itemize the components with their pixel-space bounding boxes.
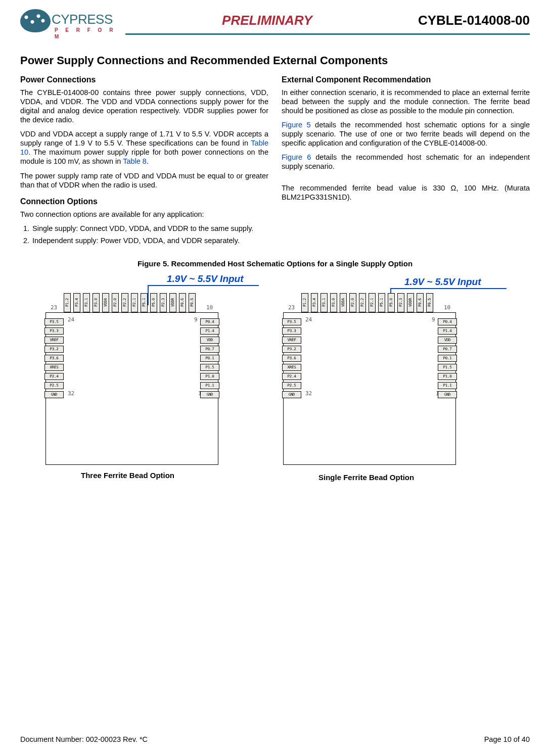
pin-label: P3.1	[83, 293, 90, 312]
pin-label: VREF	[44, 337, 64, 344]
pin-label: VDDR	[169, 293, 176, 312]
header-status: PRELIMINARY	[125, 9, 409, 29]
paragraph: The recommended ferrite bead value is 33…	[282, 183, 530, 202]
paragraph: Figure 6 details the recommended host sc…	[282, 153, 530, 171]
pin-label: P2.0	[349, 293, 356, 312]
pin-label: P2.5	[44, 382, 64, 389]
pin-label: P1.5	[200, 364, 219, 371]
schematic-chip-single-bead	[283, 312, 456, 465]
pin-label: P0.4	[438, 318, 457, 325]
pin-label: P2.4	[44, 373, 64, 380]
paragraph: Figure 5 details the recommended host sc…	[282, 120, 530, 148]
xref-table-8[interactable]: Table 8	[123, 157, 147, 165]
pin-label: P3.6	[44, 355, 64, 362]
pin-label: P5.0	[150, 293, 157, 312]
header-rule	[125, 33, 530, 35]
logo-text: CYPRESS	[52, 11, 113, 28]
pin-label: P3.2	[282, 346, 301, 353]
pin-label: P0.1	[438, 355, 457, 362]
pin-number: 10	[444, 304, 450, 311]
pin-label: P0.4	[200, 318, 219, 325]
pin-label: P1.0	[200, 373, 219, 380]
label-single-ferrite-option: Single Ferrite Bead Option	[318, 473, 414, 483]
xref-figure-6[interactable]: Figure 6	[282, 153, 311, 161]
pin-label: P1.1	[438, 382, 457, 389]
paragraph: The power supply ramp rate of VDD and VD…	[20, 171, 268, 190]
pin-number: 23	[288, 304, 295, 311]
pin-label: P3.4	[73, 293, 80, 312]
list-item: Single supply: Connect VDD, VDDA, and VD…	[31, 224, 268, 233]
pin-label: XRES	[282, 364, 301, 371]
page-header: CYPRESS P E R F O R M PRELIMINARY CYBLE-…	[20, 9, 530, 44]
figure-caption: Figure 5. Recommended Host Schematic Opt…	[20, 259, 530, 269]
pin-label: GND	[200, 391, 219, 398]
document-number: Document Number: 002-00023 Rev. *C	[20, 735, 148, 744]
pin-label: GND	[44, 391, 64, 398]
text-run: VDD and VDDA accept a supply range of 1.…	[20, 130, 268, 147]
pin-number: 23	[51, 304, 57, 311]
pin-label: P2.3	[397, 293, 404, 312]
page-footer: Document Number: 002-00023 Rev. *C Page …	[20, 735, 530, 744]
pin-label: P2.2	[359, 293, 366, 312]
pin-label: P2.5	[282, 382, 301, 389]
pin-label: P3.6	[282, 355, 301, 362]
pin-label: P2.0	[112, 293, 119, 312]
pin-label: P0.7	[438, 346, 457, 353]
pin-number: 32	[305, 390, 312, 397]
pin-label: P1.4	[438, 327, 457, 335]
pin-label: GND	[438, 391, 457, 398]
page-number: Page 10 of 40	[484, 735, 530, 744]
pin-label: P2.1	[369, 293, 376, 312]
pin-label: P1.5	[438, 364, 457, 371]
wire	[148, 285, 259, 286]
logo-tree-icon	[20, 9, 51, 32]
pin-number: 24	[68, 316, 74, 323]
pin-label: P0.5	[189, 293, 196, 312]
pin-label: P1.2	[64, 293, 71, 312]
pin-label: P2.2	[121, 293, 128, 312]
heading-external-component: External Component Recommendation	[282, 75, 530, 85]
paragraph: VDD and VDDA accept a supply range of 1.…	[20, 129, 268, 166]
pin-label: P3.0	[93, 293, 100, 312]
pin-label: P2.1	[131, 293, 138, 312]
pin-number: 10	[206, 304, 213, 311]
voltage-input-label-left: 1.9V ~ 5.5V Input	[167, 273, 244, 285]
pin-label: P3.3	[44, 327, 64, 335]
paragraph: The CYBLE-014008-00 contains three power…	[20, 88, 268, 125]
wire	[390, 288, 507, 289]
pin-number: 9	[194, 316, 198, 323]
pin-label: VDD	[438, 337, 457, 344]
paragraph: Two connection options are available for…	[20, 210, 268, 219]
pin-label: P3.1	[320, 293, 328, 312]
pin-label: P3.2	[44, 346, 64, 353]
pin-label: P3.5	[282, 318, 301, 325]
pin-label: VDD	[200, 337, 219, 344]
wire	[148, 285, 149, 305]
pin-label: P3.0	[330, 293, 337, 312]
logo-subtext: P E R F O R M	[55, 27, 116, 40]
pin-label: P3.5	[44, 318, 64, 325]
pin-label: P1.1	[200, 382, 219, 389]
pin-label: P2.3	[160, 293, 167, 312]
list-item: Independent supply: Power VDD, VDDA, and…	[31, 236, 268, 245]
section-title: Power Supply Connections and Recommended…	[20, 54, 530, 68]
pin-label: VDDR	[407, 293, 414, 312]
figure-5: 1.9V ~ 5.5V Input 1.9V ~ 5.5V Input 23 1…	[20, 273, 530, 490]
pin-label: P0.6	[417, 293, 424, 312]
cypress-logo: CYPRESS P E R F O R M	[20, 9, 116, 37]
pin-label: VDDA	[340, 293, 347, 312]
right-column: External Component Recommendation In eit…	[282, 75, 530, 251]
connection-option-list: Single supply: Connect VDD, VDDA, and VD…	[20, 224, 268, 245]
text-run: .	[147, 157, 149, 165]
pin-label: P0.7	[200, 346, 219, 353]
text-run: details the recommended host schematic o…	[282, 121, 530, 147]
pin-label: P5.1	[378, 293, 385, 312]
pin-number: 24	[305, 316, 312, 323]
pin-label: VREF	[282, 337, 301, 344]
pin-label: P5.1	[141, 293, 148, 312]
pin-label: P2.4	[282, 373, 301, 380]
pin-label: P0.1	[200, 355, 219, 362]
label-three-ferrite-option: Three Ferrite Bead Option	[81, 471, 174, 481]
pin-number: 9	[432, 316, 435, 323]
xref-figure-5[interactable]: Figure 5	[282, 121, 311, 129]
